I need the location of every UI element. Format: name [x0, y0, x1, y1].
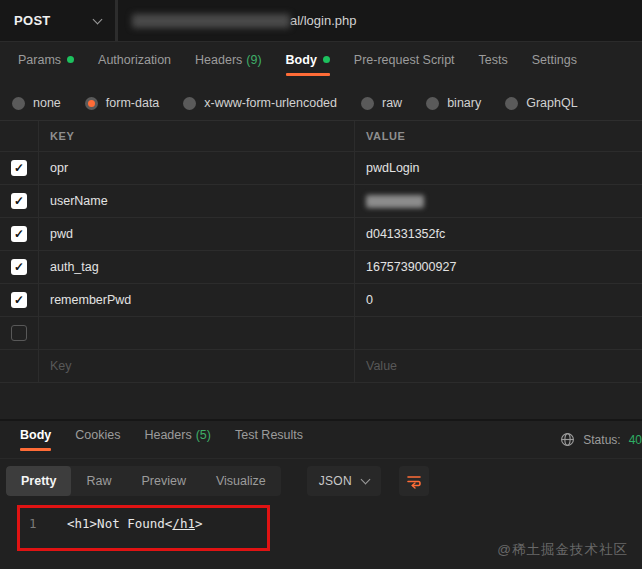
response-tab-test-results[interactable]: Test Results [223, 428, 315, 451]
active-tab-underline [532, 73, 577, 76]
tab-label-text: Headers [195, 53, 242, 67]
row-checkbox-cell: ✓ [0, 185, 39, 218]
request-tab-label: Params [18, 53, 74, 67]
value-cell[interactable]: d041331352fc [355, 218, 642, 251]
key-text: rememberPwd [50, 293, 131, 307]
column-header-value: VALUE [366, 130, 405, 142]
response-tab-cookies[interactable]: Cookies [63, 428, 132, 451]
key-text: opr [50, 161, 68, 175]
response-tab-headers[interactable]: Headers (5) [132, 428, 223, 451]
column-header-key: KEY [50, 130, 74, 142]
url-input[interactable]: al/login.php [118, 0, 642, 41]
request-tab-tests[interactable]: Tests [467, 53, 520, 76]
body-type-none[interactable]: none [12, 96, 61, 110]
value-text: d041331352fc [366, 227, 445, 241]
request-tab-label: Settings [532, 53, 577, 67]
radio-icon [361, 97, 374, 110]
method-label: POST [14, 13, 51, 28]
response-tab-body[interactable]: Body [8, 428, 63, 451]
radio-selected-dot [88, 100, 95, 107]
form-data-table: KEY VALUE ✓oprpwdLogin✓userName✓pwdd0413… [0, 120, 642, 383]
body-type-label: x-www-form-urlencoded [204, 96, 337, 110]
radio-icon [505, 97, 518, 110]
pane-gap [0, 383, 642, 419]
request-tab-params[interactable]: Params [6, 53, 86, 76]
tab-label-text: Settings [532, 53, 577, 67]
value-cell[interactable]: 1675739000927 [355, 251, 642, 284]
view-tab-preview[interactable]: Preview [126, 466, 200, 496]
checkbox-checked[interactable]: ✓ [11, 259, 27, 275]
format-dropdown[interactable]: JSON [307, 466, 381, 496]
radio-icon [85, 97, 98, 110]
key-cell[interactable]: userName [39, 185, 355, 218]
active-tab-underline [286, 73, 330, 76]
active-tab-underline [144, 448, 211, 451]
tab-count-badge: (5) [196, 428, 211, 442]
request-tab-body[interactable]: Body [274, 53, 342, 76]
checkbox-checked[interactable]: ✓ [11, 160, 27, 176]
key-cell[interactable]: pwd [39, 218, 355, 251]
body-type-label: raw [382, 96, 402, 110]
table-placeholder-row: KeyValue [0, 350, 642, 383]
view-tab-pretty[interactable]: Pretty [6, 466, 71, 496]
row-checkbox-cell [0, 317, 39, 350]
table-row: ✓rememberPwd0 [0, 284, 642, 317]
code-line: 1 <h1>Not Found</h1> [0, 505, 642, 531]
key-cell[interactable]: opr [39, 152, 355, 185]
tab-label-text: Test Results [235, 428, 303, 442]
request-tab-label: Body [286, 53, 330, 67]
tab-label-text: Pre-request Script [354, 53, 455, 67]
key-cell[interactable]: rememberPwd [39, 284, 355, 317]
value-placeholder: Value [366, 359, 397, 373]
view-tab-raw[interactable]: Raw [71, 466, 126, 496]
body-type-raw[interactable]: raw [361, 96, 402, 110]
row-checkbox-cell [0, 350, 39, 383]
code-text: <h1>Not Found</h1> [67, 516, 202, 531]
key-cell[interactable]: auth_tag [39, 251, 355, 284]
code-tag-link[interactable]: /h1 [172, 516, 195, 531]
table-row: ✓auth_tag1675739000927 [0, 251, 642, 284]
body-type-label: binary [447, 96, 481, 110]
body-type-label: none [33, 96, 61, 110]
table-row: ✓userName [0, 185, 642, 218]
key-cell[interactable] [39, 317, 355, 350]
method-selector[interactable]: POST [0, 0, 118, 41]
value-text: pwdLogin [366, 161, 420, 175]
wrap-text-button[interactable] [399, 466, 429, 496]
watermark: @稀土掘金技术社区 [497, 541, 628, 559]
response-toolbar: PrettyRawPreviewVisualize JSON [0, 459, 642, 503]
radio-icon [12, 97, 25, 110]
body-type-options: noneform-datax-www-form-urlencodedrawbin… [0, 86, 642, 120]
response-tabs: BodyCookiesHeaders (5)Test Results Statu… [0, 421, 642, 459]
request-tab-label: Headers (9) [195, 53, 262, 67]
key-placeholder: Key [50, 359, 72, 373]
wrap-text-icon [405, 472, 423, 490]
url-bar: POST al/login.php [0, 0, 642, 42]
key-cell[interactable]: Key [39, 350, 355, 383]
active-tab-underline [479, 73, 508, 76]
table-header-row: KEY VALUE [0, 121, 642, 152]
checkbox-checked[interactable]: ✓ [11, 193, 27, 209]
value-cell[interactable]: 0 [355, 284, 642, 317]
request-tab-settings[interactable]: Settings [520, 53, 589, 76]
body-type-x-www-form-urlencoded[interactable]: x-www-form-urlencoded [183, 96, 337, 110]
value-text: 0 [366, 293, 373, 307]
checkbox-checked[interactable]: ✓ [11, 226, 27, 242]
value-cell[interactable]: Value [355, 350, 642, 383]
checkbox-unchecked[interactable] [11, 325, 27, 341]
request-tab-authorization[interactable]: Authorization [86, 53, 183, 76]
view-tab-visualize[interactable]: Visualize [201, 466, 281, 496]
checkbox-checked[interactable]: ✓ [11, 292, 27, 308]
request-tab-headers[interactable]: Headers (9) [183, 53, 274, 76]
request-tab-pre-request-script[interactable]: Pre-request Script [342, 53, 467, 76]
value-redaction-blur [366, 195, 424, 208]
response-tab-label: Test Results [235, 428, 303, 442]
row-checkbox-cell: ✓ [0, 251, 39, 284]
value-cell[interactable] [355, 317, 642, 350]
body-type-graphql[interactable]: GraphQL [505, 96, 577, 110]
value-cell[interactable]: pwdLogin [355, 152, 642, 185]
body-type-binary[interactable]: binary [426, 96, 481, 110]
tab-label-text: Authorization [98, 53, 171, 67]
value-cell[interactable] [355, 185, 642, 218]
body-type-form-data[interactable]: form-data [85, 96, 160, 110]
